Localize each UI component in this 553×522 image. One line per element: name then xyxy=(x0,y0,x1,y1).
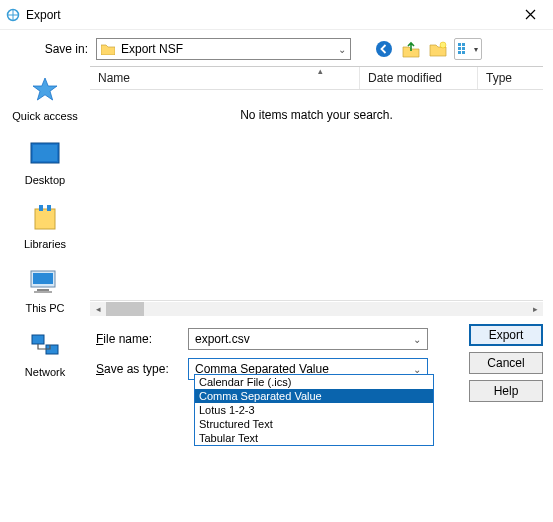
place-label: This PC xyxy=(25,302,64,314)
network-icon xyxy=(29,330,61,362)
savein-value: Export NSF xyxy=(121,42,332,56)
svg-rect-5 xyxy=(458,47,461,50)
help-button[interactable]: Help xyxy=(469,380,543,402)
option-tabular-text[interactable]: Tabular Text xyxy=(195,431,433,445)
option-comma-separated[interactable]: Comma Separated Value xyxy=(195,389,433,403)
svg-rect-18 xyxy=(32,335,44,344)
filename-input[interactable]: export.csv ⌄ xyxy=(188,328,428,350)
scroll-thumb[interactable] xyxy=(106,302,144,316)
column-date[interactable]: Date modified xyxy=(360,67,478,89)
scroll-right-icon[interactable]: ▸ xyxy=(527,302,543,316)
svg-rect-10 xyxy=(33,145,57,161)
folder-icon xyxy=(101,43,115,55)
view-menu-button[interactable]: ▾ xyxy=(454,38,482,60)
place-libraries[interactable]: Libraries xyxy=(0,202,90,250)
form-area: File name: export.csv ⌄ Save as type: Co… xyxy=(90,316,543,386)
place-label: Quick access xyxy=(12,110,77,122)
titlebar-left: Export xyxy=(6,8,61,22)
svg-rect-16 xyxy=(37,289,49,291)
svg-rect-7 xyxy=(458,51,461,54)
back-button[interactable] xyxy=(373,38,395,60)
option-calendar-file[interactable]: Calendar File (.ics) xyxy=(195,375,433,389)
export-button[interactable]: Export xyxy=(469,324,543,346)
filename-label: File name: xyxy=(90,332,188,346)
sort-indicator-icon: ▴ xyxy=(318,66,323,76)
titlebar: Export xyxy=(0,0,553,30)
close-button[interactable] xyxy=(515,0,545,30)
svg-point-2 xyxy=(440,42,446,48)
savein-row: Save in: Export NSF ⌄ ▾ xyxy=(0,30,553,66)
svg-rect-3 xyxy=(458,43,461,46)
filename-value: export.csv xyxy=(195,332,250,346)
libraries-icon xyxy=(29,202,61,234)
empty-message: No items match your search. xyxy=(240,108,393,300)
cancel-button[interactable]: Cancel xyxy=(469,352,543,374)
scroll-track[interactable] xyxy=(106,302,527,316)
savein-dropdown[interactable]: Export NSF ⌄ xyxy=(96,38,351,60)
file-area: ▴ Name Date modified Type No items match… xyxy=(90,66,553,386)
svg-rect-12 xyxy=(39,205,43,211)
nav-toolbar: ▾ xyxy=(373,38,482,60)
up-level-button[interactable] xyxy=(400,38,422,60)
place-label: Network xyxy=(25,366,65,378)
svg-rect-13 xyxy=(47,205,51,211)
svg-rect-4 xyxy=(462,43,465,46)
chevron-down-icon: ⌄ xyxy=(338,44,346,55)
svg-rect-11 xyxy=(35,209,55,229)
pc-icon xyxy=(29,266,61,298)
new-folder-button[interactable] xyxy=(427,38,449,60)
desktop-icon xyxy=(29,138,61,170)
columns-header: ▴ Name Date modified Type xyxy=(90,66,543,90)
button-column: Export Cancel Help xyxy=(469,324,543,402)
svg-point-1 xyxy=(376,41,392,57)
app-icon xyxy=(6,8,20,22)
file-list: No items match your search. xyxy=(90,90,543,300)
title-text: Export xyxy=(26,8,61,22)
places-panel: Quick access Desktop Libraries This PC N… xyxy=(0,66,90,386)
chevron-down-icon: ⌄ xyxy=(413,364,421,375)
savetype-options-dropdown: Calendar File (.ics) Comma Separated Val… xyxy=(194,374,434,446)
place-label: Desktop xyxy=(25,174,65,186)
svg-rect-6 xyxy=(462,47,465,50)
place-this-pc[interactable]: This PC xyxy=(0,266,90,314)
svg-rect-17 xyxy=(34,291,52,293)
savetype-label: Save as type: xyxy=(90,362,188,376)
option-lotus-123[interactable]: Lotus 1-2-3 xyxy=(195,403,433,417)
option-structured-text[interactable]: Structured Text xyxy=(195,417,433,431)
savein-label: Save in: xyxy=(10,42,88,56)
star-icon xyxy=(29,74,61,106)
svg-rect-8 xyxy=(462,51,465,54)
place-label: Libraries xyxy=(24,238,66,250)
horizontal-scrollbar[interactable]: ◂ ▸ xyxy=(90,300,543,316)
place-desktop[interactable]: Desktop xyxy=(0,138,90,186)
svg-rect-15 xyxy=(33,273,53,284)
column-type[interactable]: Type xyxy=(478,67,543,89)
scroll-left-icon[interactable]: ◂ xyxy=(90,302,106,316)
chevron-down-icon: ⌄ xyxy=(413,334,421,345)
place-network[interactable]: Network xyxy=(0,330,90,378)
chevron-down-icon: ▾ xyxy=(474,45,478,54)
place-quick-access[interactable]: Quick access xyxy=(0,74,90,122)
